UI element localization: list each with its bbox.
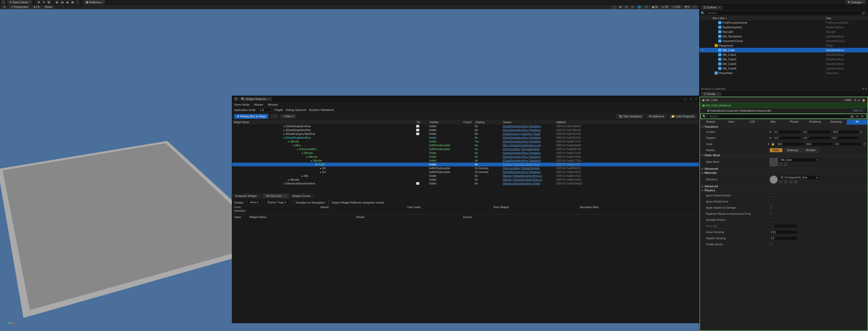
visibility-icon[interactable]: 👁: [701, 49, 706, 52]
location-z-input[interactable]: [831, 130, 859, 134]
tree-row[interactable]: ▸ SHSelfHitTestInvisibleOn DemandSDetail…: [232, 170, 699, 174]
tree-row[interactable]: ▸ SBoxSelfHitTestInvisibleNoSBox [SDetai…: [232, 144, 699, 147]
mobility-static[interactable]: Static: [770, 148, 782, 152]
eject-icon[interactable]: ⏏: [70, 0, 74, 4]
lock-scale-icon[interactable]: 🔒: [771, 143, 775, 146]
lock-icon[interactable]: 🔒: [862, 98, 865, 102]
visualize-nav-checkbox[interactable]: [292, 201, 295, 204]
physics-category[interactable]: ▾Physics: [700, 188, 867, 192]
rotation-x-input[interactable]: [773, 136, 801, 140]
filter-dropdown[interactable]: ▿ Filter ▾: [280, 114, 296, 119]
use-selected-icon[interactable]: [784, 162, 787, 166]
cinematics-icon[interactable]: ▤: [47, 0, 51, 4]
outliner-row[interactable]: 👁SM_CubeStaticMeshActor: [700, 48, 868, 52]
scale-x-input[interactable]: [776, 142, 804, 146]
static-mesh-category[interactable]: ▾Static Mesh: [700, 153, 867, 157]
col-widget-name[interactable]: Widget Name: [234, 121, 417, 124]
settings-icon[interactable]: ⚙: [862, 11, 866, 15]
take-snapshot-button[interactable]: 📷 Take Snapshot: [616, 114, 644, 119]
grid-snap-toggle[interactable]: ▦ 10: [650, 5, 659, 9]
tree-row[interactable]: ▸ SBorderVisibleNoSDetailSingleItemRow […: [232, 159, 699, 162]
outliner-row[interactable]: SkyAtmosphereSkyAtmosphere: [700, 25, 868, 30]
ignore-radial-force-checkbox[interactable]: [770, 200, 773, 203]
tree-row[interactable]: ▸ SDetailSingleItemRowVisibleNoSDetailSi…: [232, 128, 699, 132]
filter-lod[interactable]: LOD: [742, 120, 763, 125]
play-icon[interactable]: ▶: [55, 0, 59, 4]
marketplace-icon[interactable]: ✦: [42, 0, 46, 4]
enable-gravity-checkbox[interactable]: [770, 243, 773, 246]
apply-impulse-checkbox[interactable]: [770, 206, 773, 209]
axis-dropdown-icon[interactable]: ▾: [770, 130, 771, 133]
demo-mode-menu[interactable]: Demo Mode: [234, 103, 249, 106]
outliner-tree[interactable]: PostProcessVolumePostProcessVolumeSkyAtm…: [700, 20, 868, 87]
tree-row[interactable]: ▸ SHorizontalBoxSelfHitTestInvisibleNoSH…: [232, 147, 699, 151]
hit-test-grid-tab[interactable]: Hit Test Grid ×: [263, 193, 289, 198]
platforms-dropdown[interactable]: ▦ Platforms ▾: [84, 0, 105, 4]
debug-options-dropdown[interactable]: Debug Options ▾: [286, 109, 306, 112]
minimize-icon[interactable]: —: [684, 97, 687, 101]
ignore-radial-impulse-checkbox[interactable]: [770, 194, 773, 197]
col-focus[interactable]: Focus?: [460, 121, 475, 124]
tab-close-icon[interactable]: ×: [284, 194, 285, 198]
maximize-window-icon[interactable]: ☐: [690, 97, 692, 101]
snapshot-options-dropdown[interactable]: ⚙ Options ▾: [646, 114, 666, 119]
col-address[interactable]: Address: [557, 121, 590, 124]
widget-tree[interactable]: ▸ SDetailSingleItemRowVisibleNoSDetailSi…: [232, 124, 699, 193]
browse-asset-icon[interactable]: [779, 180, 782, 184]
scale-snap-toggle[interactable]: ⤡ 0.25: [671, 5, 682, 9]
browse-asset-icon[interactable]: [779, 162, 782, 166]
outliner-row[interactable]: PlaygroundFolder: [700, 43, 868, 48]
use-selected-icon[interactable]: [784, 180, 787, 184]
type-col[interactable]: Type: [826, 17, 866, 20]
lit-dropdown[interactable]: ● Lit: [32, 5, 41, 9]
filter-misc[interactable]: Misc: [763, 120, 783, 125]
result-col[interactable]: Result: [356, 215, 463, 218]
mobility-stationary[interactable]: Stationary: [783, 148, 802, 152]
display-flags-dropdown[interactable]: Display Flags ▾: [265, 200, 288, 205]
close-icon[interactable]: ×: [717, 92, 719, 95]
location-y-input[interactable]: [802, 130, 830, 134]
item-label-col[interactable]: Item Label ▴: [713, 17, 826, 20]
reflector-titlebar[interactable]: 🔍 Widget Reflector × — ☐ ×: [232, 96, 699, 102]
source-col[interactable]: Source: [463, 215, 472, 218]
instance-row[interactable]: ▦ SM_Cube (Instance): [700, 103, 867, 108]
show-dropdown[interactable]: Show: [43, 5, 54, 9]
viewport-menu-icon[interactable]: ≡: [2, 5, 7, 9]
add-component-button[interactable]: + Add: [842, 98, 853, 102]
reject-nav-checkbox[interactable]: [329, 201, 331, 204]
reflector-tab[interactable]: 🔍 Widget Reflector ×: [239, 97, 272, 101]
col-source[interactable]: Source: [503, 121, 557, 124]
gizmo-select-icon[interactable]: ⬚: [612, 5, 617, 9]
col-fg[interactable]: FG: [417, 121, 429, 124]
camera-speed[interactable]: 📷 4: [683, 5, 691, 9]
gizmo-rotate-icon[interactable]: ↻: [624, 5, 629, 9]
reset-icon[interactable]: ↺: [860, 130, 862, 133]
tree-row[interactable]: ▸ SBorderVisibleNoSDetailSingleItemRow […: [232, 151, 699, 155]
tree-row[interactable]: ▸ SSplittVisibleNoSSplitter [SDetailSing…: [232, 162, 699, 167]
outliner-tab[interactable]: ☰ Outliner ×: [701, 5, 723, 10]
more-icon[interactable]: ⋮: [75, 0, 80, 4]
view-options-icon[interactable]: 👁 ▾: [862, 88, 866, 90]
load-snapshot-button[interactable]: 📁 Load Snapshot: [669, 114, 697, 119]
widget-events-tab[interactable]: Widget Events: [289, 193, 313, 198]
component-row[interactable]: ▥ StaticMeshComponent (StaticMeshCompone…: [700, 108, 867, 113]
maximize-icon[interactable]: ⛶: [692, 5, 698, 9]
widgetname-col[interactable]: Widget Name: [249, 215, 356, 218]
flags-dropdown[interactable]: Flags ▾: [274, 109, 283, 112]
app-logo[interactable]: [2, 1, 5, 4]
outliner-row[interactable]: SkyLightSkyLight: [700, 30, 868, 34]
transform-category[interactable]: ▾Transform: [700, 125, 867, 129]
tree-row[interactable]: ▸ SBoVisibleNoSBorder [SDetailSingleItem…: [232, 174, 699, 178]
tree-row[interactable]: ▸ SBorderVisibleNoSBorder [SDetailSingle…: [232, 178, 699, 182]
outliner-row[interactable]: PlayerStartPlayerStart: [700, 71, 868, 75]
advanced-category-2[interactable]: ▸Advanced: [700, 184, 867, 188]
pick-options-icon[interactable]: ⋮: [270, 114, 278, 119]
filter-rendering[interactable]: Rendering: [805, 120, 826, 125]
tree-row[interactable]: ▸ SBorderVisibleNoSDetailSingleItemRow […: [232, 155, 699, 159]
scale-y-input[interactable]: [805, 142, 833, 146]
edit-asset-icon[interactable]: [789, 180, 793, 184]
axis-dropdown-icon[interactable]: ▾: [768, 143, 769, 146]
skip-icon[interactable]: ⏭: [60, 0, 64, 4]
display-dropdown[interactable]: None ▾: [248, 200, 261, 205]
gizmo-scale-icon[interactable]: ⤢: [630, 5, 635, 9]
